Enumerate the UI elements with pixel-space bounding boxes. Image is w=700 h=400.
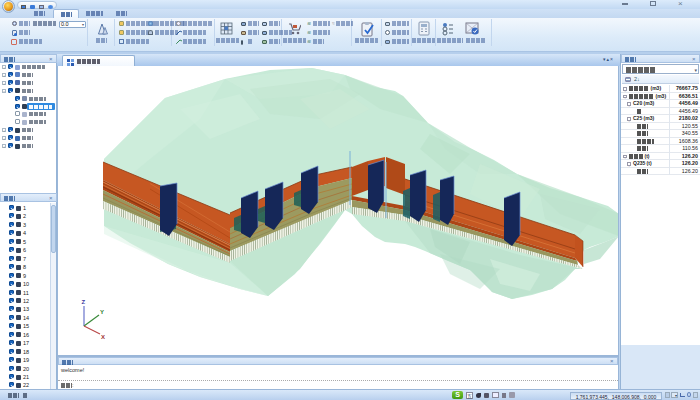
svg-text:Z: Z	[82, 299, 86, 305]
svg-text:Y: Y	[100, 309, 104, 315]
svg-text:X: X	[101, 334, 105, 340]
